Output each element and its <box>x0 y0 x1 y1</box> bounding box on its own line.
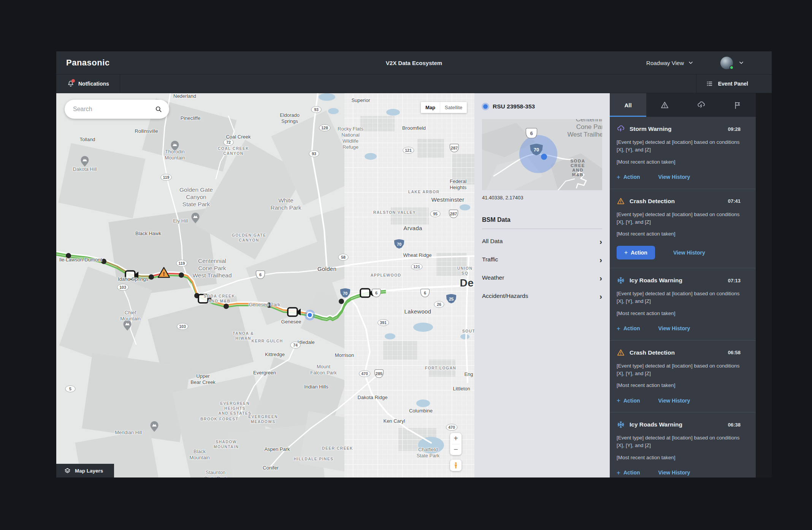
map-graphics: ! <box>56 93 474 477</box>
plus-icon: + <box>617 397 620 404</box>
event-time: 06:38 <box>728 422 741 428</box>
chevron-down-icon[interactable] <box>738 60 744 66</box>
event-card: Crash Detection07:41[Event type] detecte… <box>610 189 756 268</box>
notification-badge-dot <box>71 79 75 83</box>
action-label: Action <box>623 174 640 180</box>
user-menu[interactable] <box>720 57 733 69</box>
view-history-link[interactable]: View History <box>658 470 690 476</box>
notifications-button[interactable]: Notfications <box>56 75 120 93</box>
view-selector-label: Roadway View <box>646 60 684 66</box>
toolbar-divider <box>120 75 120 93</box>
event-description: [Event type] detected at [location] base… <box>617 362 741 378</box>
event-title: Crash Detection <box>630 198 723 205</box>
map-layers-button[interactable]: Map Layers <box>56 464 114 477</box>
tab-warnings[interactable] <box>646 93 683 117</box>
panasonic-logo: Panasonic <box>66 58 110 68</box>
view-selector-dropdown[interactable]: Roadway View <box>646 60 694 66</box>
rsu-map-thumbnail[interactable]: Centennial Cone Park West Trailhea SODA … <box>482 119 602 190</box>
bsm-item-label: Weather <box>482 274 504 281</box>
thumbnail-area-label: SODA CREE AND M&B <box>566 159 590 177</box>
action-label: Action <box>623 325 640 331</box>
ice-icon <box>617 276 625 285</box>
tab-flags[interactable] <box>719 93 756 117</box>
event-card: Crash Detection06:58[Event type] detecte… <box>610 341 756 412</box>
action-button[interactable]: +Action <box>617 246 655 259</box>
pegman-icon <box>452 462 460 469</box>
bsm-item-all-data[interactable]: All Data› <box>482 232 602 250</box>
plus-icon: + <box>617 174 620 180</box>
action-label: Action <box>623 398 640 404</box>
chevron-right-icon: › <box>599 256 602 264</box>
tab-label: All <box>624 102 631 108</box>
tab-storms[interactable] <box>683 93 719 117</box>
pegman-button[interactable] <box>450 460 462 471</box>
event-title: Crash Detection <box>630 349 723 356</box>
event-action-taken: [Most recent action taken] <box>617 159 741 165</box>
event-title: Icy Roads Warning <box>630 421 723 428</box>
ice-icon <box>617 420 625 429</box>
zoom-in-button[interactable]: + <box>450 433 462 444</box>
bsm-item-label: All Data <box>482 238 503 245</box>
event-action-taken: [Most recent action taken] <box>617 382 741 388</box>
event-time: 06:58 <box>728 350 741 355</box>
action-button[interactable]: +Action <box>617 397 640 404</box>
layers-icon <box>64 467 71 474</box>
view-history-link[interactable]: View History <box>658 398 690 404</box>
storm-icon <box>617 125 625 133</box>
view-history-link[interactable]: View History <box>673 250 705 256</box>
action-button[interactable]: +Action <box>617 325 640 332</box>
tab-all[interactable]: All <box>610 93 646 117</box>
selected-rsu-marker <box>304 310 315 320</box>
event-time: 09:28 <box>728 126 741 132</box>
event-description: [Event type] detected at [location] base… <box>617 211 741 226</box>
zoom-out-button[interactable]: − <box>450 444 462 455</box>
sensor-dot-marker <box>339 299 344 304</box>
sensor-dot-marker <box>179 272 184 278</box>
app-window: Panasonic V2X Data Ecosystem Roadway Vie… <box>56 51 772 477</box>
storm-icon <box>697 101 706 110</box>
sensor-dot-marker <box>266 302 272 308</box>
event-action-taken: [Most recent action taken] <box>617 231 741 237</box>
sensor-dot-marker <box>101 259 106 264</box>
event-card: Icy Roads Warning06:38[Event type] detec… <box>610 412 756 477</box>
bell-icon <box>67 80 75 88</box>
map-type-satellite-button[interactable]: Satellite <box>440 102 467 113</box>
bsm-item-label: Traffic <box>482 256 498 263</box>
bsm-item-traffic[interactable]: Traffic› <box>482 250 602 269</box>
map-layers-label: Map Layers <box>75 468 103 474</box>
bsm-item-label: Accident/Hazards <box>482 293 528 299</box>
bsm-item-weather[interactable]: Weather› <box>482 269 602 287</box>
map-type-map-button[interactable]: Map <box>421 102 440 113</box>
event-panel-button[interactable]: Event Panel <box>696 75 772 93</box>
crash-icon <box>617 349 625 357</box>
event-description: [Event type] detected at [location] base… <box>617 138 741 154</box>
app-header: Panasonic V2X Data Ecosystem Roadway Vie… <box>56 51 772 75</box>
online-status-dot <box>730 65 734 70</box>
view-history-link[interactable]: View History <box>658 325 690 331</box>
event-tabs: All <box>610 93 756 117</box>
flag-icon <box>733 101 742 110</box>
zoom-control: + − <box>450 433 462 455</box>
search-icon[interactable] <box>155 105 162 113</box>
bsm-section-title: BSM Data <box>482 216 602 223</box>
plus-icon: + <box>617 470 620 476</box>
event-time: 07:13 <box>728 278 741 283</box>
bsm-item-accident-hazards[interactable]: Accident/Hazards› <box>482 287 602 305</box>
event-panel-label: Event Panel <box>718 81 748 87</box>
action-button[interactable]: +Action <box>617 470 640 476</box>
search-input[interactable] <box>73 106 155 113</box>
event-title: Icy Roads Warning <box>630 277 723 284</box>
event-panel: All Storm Warning09:28[Event type] detec… <box>610 93 772 477</box>
view-history-link[interactable]: View History <box>658 174 690 180</box>
rsu-id: RSU 23958-353 <box>493 103 535 110</box>
action-button[interactable]: +Action <box>617 174 640 180</box>
plus-icon: + <box>624 250 628 256</box>
rsu-coordinates: 41.40338, 2.17403 <box>482 195 602 201</box>
event-title: Storm Warning <box>630 126 723 132</box>
svg-text:!: ! <box>163 271 165 277</box>
map-type-control: Map Satellite <box>421 102 467 113</box>
map-canvas[interactable]: ! NederlandSuperiorEldorado SpringsRocky… <box>56 93 474 477</box>
rsu-status-dot <box>483 104 488 109</box>
map-search <box>65 100 169 119</box>
thumbnail-place-label: Centennial Cone Park West Trailhea <box>567 119 602 138</box>
